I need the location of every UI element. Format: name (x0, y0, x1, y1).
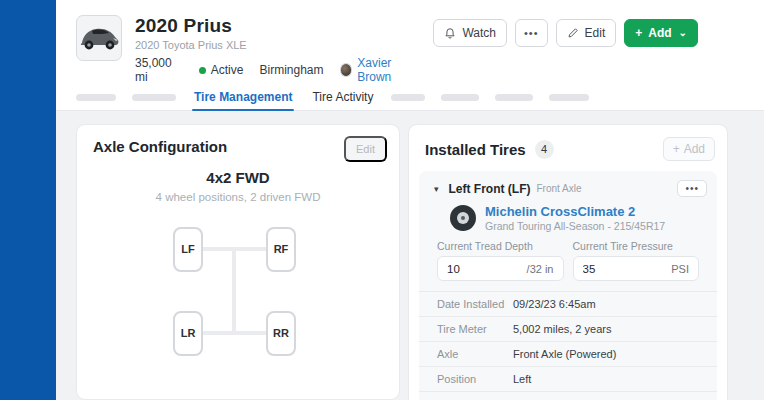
tire-pressure-input[interactable] (583, 263, 672, 275)
detail-row-position: Position Left (419, 366, 717, 391)
plus-icon: + (673, 142, 680, 156)
tire-axle-tag: Front Axle (537, 183, 582, 194)
axle-configuration-card: Axle Configuration Edit 4x2 FWD 4 wheel … (76, 124, 400, 400)
tire-name-link[interactable]: Michelin CrossClimate 2 (485, 204, 665, 219)
pencil-icon (567, 27, 579, 39)
tire-pressure-label: Current Tire Pressure (573, 240, 700, 252)
axle-diagram: LF RF LR RR (93, 227, 385, 379)
detail-row-tire-meter: Tire Meter 5,002 miles, 2 years (419, 316, 717, 341)
detail-label: Tire Meter (437, 323, 513, 335)
rear-axle-line (203, 331, 266, 335)
tab-skeleton[interactable] (441, 94, 479, 101)
tire-icon (450, 205, 476, 231)
detail-row-date-installed: Date Installed 09/23/23 6:45am (419, 291, 717, 316)
operator-link[interactable]: Xavier Brown (357, 56, 421, 84)
tab-skeleton[interactable] (495, 94, 533, 101)
vehicle-subtitle: 2020 Toyota Prius XLE (135, 39, 421, 51)
edit-button[interactable]: Edit (556, 19, 617, 47)
chevron-down-icon: ⌄ (679, 27, 687, 38)
add-button[interactable]: + Add ⌄ (624, 19, 698, 47)
detail-row-orientation: Orientation — (419, 391, 717, 400)
detail-value: Left (513, 373, 699, 385)
vehicle-status: Active (199, 63, 244, 77)
sidebar-nav-rail[interactable] (0, 0, 56, 400)
tread-depth-field-box: /32 in (437, 256, 564, 281)
more-actions-button[interactable]: ••• (515, 19, 548, 47)
driveshaft-line (232, 249, 236, 335)
installed-tires-card: Installed Tires 4 + Add ▾ Left Front (LF… (408, 124, 728, 400)
status-dot-icon (199, 67, 206, 74)
ellipsis-icon: ••• (685, 183, 699, 194)
vehicle-header: 2020 Prius 2020 Toyota Prius XLE 35,000 … (56, 0, 764, 111)
tire-position-name: Left Front (LF) (449, 182, 531, 196)
axle-config-description: 4 wheel positions, 2 driven FWD (148, 190, 328, 206)
tire-spec: Grand Touring All-Season - 215/45R17 (485, 220, 665, 232)
wheel-position-lf[interactable]: LF (173, 227, 203, 272)
axle-config-name: 4x2 FWD (93, 169, 383, 186)
edit-label: Edit (585, 26, 606, 40)
collapse-caret-icon[interactable]: ▾ (434, 184, 439, 194)
watch-label: Watch (462, 26, 496, 40)
tab-skeleton[interactable] (132, 94, 176, 101)
tires-count-badge: 4 (535, 140, 554, 159)
detail-label: Date Installed (437, 298, 513, 310)
car-image (78, 23, 120, 53)
tread-depth-input[interactable] (447, 263, 527, 275)
vehicle-location: Birmingham (259, 63, 323, 77)
detail-label: Axle (437, 348, 513, 360)
vehicle-operator[interactable]: Xavier Brown (340, 56, 422, 84)
wheel-position-rr[interactable]: RR (266, 311, 296, 356)
bell-icon (444, 27, 456, 40)
ellipsis-icon: ••• (524, 27, 539, 39)
section-more-button[interactable]: ••• (677, 180, 707, 197)
tread-depth-unit: /32 in (527, 263, 554, 275)
wheel-position-rf[interactable]: RF (266, 227, 296, 272)
detail-label: Position (437, 373, 513, 385)
tire-section-left-front: ▾ Left Front (LF) Front Axle ••• Micheli… (419, 171, 717, 400)
vehicle-tabs: Tire Management Tire Activity (56, 84, 764, 111)
detail-row-axle: Axle Front Axle (Powered) (419, 341, 717, 366)
vehicle-detail-page: 2020 Prius 2020 Toyota Prius XLE 35,000 … (0, 0, 764, 400)
detail-value: 09/23/23 6:45am (513, 298, 699, 310)
watch-button[interactable]: Watch (433, 19, 507, 47)
header-actions: Watch ••• Edit + Add ⌄ (433, 19, 698, 47)
operator-avatar (340, 63, 353, 77)
tire-pressure-unit: PSI (671, 263, 689, 275)
axle-edit-button[interactable]: Edit (344, 136, 387, 162)
detail-value: Front Axle (Powered) (513, 348, 699, 360)
add-tire-button[interactable]: + Add (663, 137, 715, 161)
tab-skeleton[interactable] (391, 94, 425, 101)
tread-depth-label: Current Tread Depth (437, 240, 564, 252)
status-label: Active (211, 63, 244, 77)
odometer-value: 35,000 mi (135, 56, 183, 84)
add-label: Add (648, 26, 671, 40)
installed-tires-title: Installed Tires (425, 141, 526, 158)
tire-pressure-field-box: PSI (573, 256, 700, 281)
tire-management-content: Axle Configuration Edit 4x2 FWD 4 wheel … (56, 111, 764, 400)
vehicle-photo[interactable] (76, 15, 122, 61)
tab-tire-management[interactable]: Tire Management (192, 84, 294, 110)
add-tire-label: Add (684, 142, 705, 156)
detail-value: 5,002 miles, 2 years (513, 323, 699, 335)
page-title: 2020 Prius (135, 15, 421, 37)
tab-tire-activity[interactable]: Tire Activity (310, 84, 375, 110)
wheel-position-lr[interactable]: LR (173, 311, 203, 356)
tab-skeleton[interactable] (76, 94, 116, 101)
axle-card-title: Axle Configuration (93, 138, 383, 155)
tab-skeleton[interactable] (549, 94, 589, 101)
main-area: 2020 Prius 2020 Toyota Prius XLE 35,000 … (56, 0, 764, 400)
plus-icon: + (635, 26, 642, 40)
